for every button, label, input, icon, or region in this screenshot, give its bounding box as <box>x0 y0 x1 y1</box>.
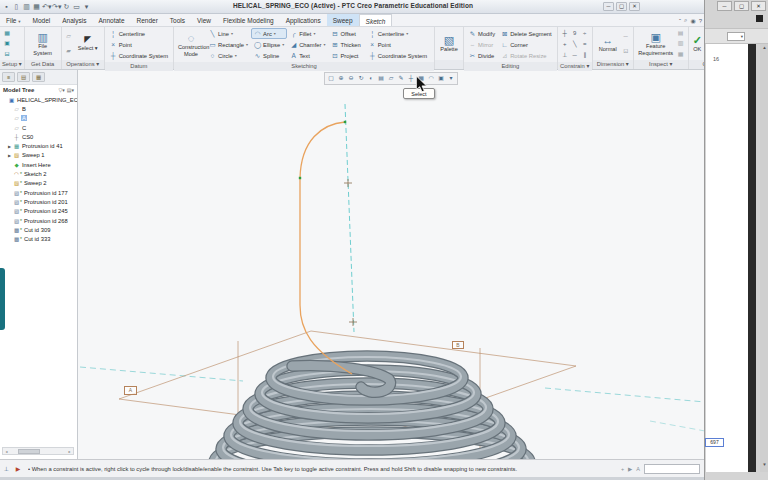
symmetric-constraint-icon[interactable]: ÷ <box>580 28 590 39</box>
menu-tab[interactable]: View <box>191 14 217 26</box>
select-button[interactable]: ◤ Select ▾ <box>74 28 102 59</box>
fillet-button[interactable]: ╭Fillet▾ <box>287 28 328 39</box>
scroll-left-icon[interactable]: ◂ <box>3 449 10 454</box>
datum-plane-label-b[interactable]: B <box>452 341 464 349</box>
point-button[interactable]: ×Point <box>107 39 171 50</box>
sketch-coordinate-system-button[interactable]: ┼Coordinate System <box>366 50 432 61</box>
minimize-ribbon-icon[interactable]: ˆ <box>679 18 681 24</box>
help-icon[interactable]: ? <box>699 18 702 24</box>
overlapping-geometry-icon[interactable]: ▤ <box>676 28 686 38</box>
tangent-constraint-icon[interactable]: 9 <box>570 28 580 39</box>
baseline-dimension-icon[interactable]: ─ <box>621 31 631 41</box>
select-items-icon[interactable]: ▶ <box>12 465 24 472</box>
doc-menu-icon[interactable] <box>756 15 763 22</box>
group-label-constrain[interactable]: Constrain ▾ <box>558 62 592 71</box>
repaint-icon[interactable]: ↻ <box>356 73 366 84</box>
circle-button[interactable]: ○Circle▾ <box>206 50 251 61</box>
sketch-point-button[interactable]: ×Point <box>366 39 432 50</box>
text-button[interactable]: AText <box>287 50 328 61</box>
paste-button[interactable]: ▰ <box>64 46 74 56</box>
navigator-collapse-tab[interactable] <box>0 268 5 330</box>
datum-display-icon[interactable]: ▱ <box>386 73 396 84</box>
tree-item[interactable]: ▣ HELICAL_SPRING_ECO.PRT <box>0 95 77 104</box>
menu-tab[interactable]: Sweep <box>327 14 359 26</box>
search-icon[interactable]: ⌕ <box>684 17 687 24</box>
menu-tab[interactable]: Flexible Modeling <box>217 14 280 26</box>
sketch-display-icon[interactable]: ▣ <box>436 73 446 84</box>
tree-item[interactable]: ▱ B <box>0 104 77 113</box>
doc-scrollbar[interactable]: ▲ ▼ <box>760 44 768 472</box>
reference-dimension-icon[interactable]: ⊡ <box>621 46 631 56</box>
ellipse-button[interactable]: ◯Ellipse▾ <box>251 39 287 50</box>
model-tree-tab[interactable]: ≡ <box>2 72 15 82</box>
background-document-window[interactable]: ─ ▢ ✕ ▾ 16 ▲ ▼ <box>704 0 768 480</box>
tree-item[interactable]: ▨ * Protrusion id 201 <box>0 197 77 206</box>
menu-tab[interactable]: Applications <box>280 14 327 26</box>
menu-tab[interactable]: Sketch <box>359 14 393 26</box>
restore-button[interactable]: ▢ <box>616 2 627 11</box>
normal-dimension-button[interactable]: ↔ Normal <box>595 28 621 59</box>
feature-requirements-button[interactable]: ▣ Feature Requirements <box>636 28 676 59</box>
project-button[interactable]: ⊡Project <box>328 50 365 61</box>
tree-settings-icon[interactable]: ▤▾ <box>67 87 74 93</box>
tree-item[interactable]: ◠ * Sketch 2 <box>0 169 77 178</box>
setup-references-button[interactable]: ▦ <box>2 28 12 38</box>
doc-scroll-down-icon[interactable]: ▼ <box>760 462 768 467</box>
datum-plane-label-a[interactable]: A <box>124 386 137 395</box>
selection-filter-icon[interactable]: A <box>636 466 640 472</box>
setup-display-button[interactable]: ⊟ <box>2 49 12 59</box>
doc-zoom-dropdown[interactable]: ▾ <box>727 32 745 41</box>
doc-close-button[interactable]: ✕ <box>751 1 766 11</box>
doc-value-field[interactable]: 697 <box>705 438 724 447</box>
vertical-constraint-icon[interactable]: ╲ <box>570 39 580 50</box>
highlight-select-icon[interactable]: ▾ <box>446 73 456 84</box>
tree-filter-icon[interactable]: ▽▾ <box>58 87 64 93</box>
copy-button[interactable]: ▱ <box>64 31 74 41</box>
group-label-inspect[interactable]: Inspect ▾ <box>634 60 688 69</box>
sketch-centerline-button[interactable]: ¦Centerline▾ <box>366 28 432 39</box>
construction-mode-button[interactable]: ◌ Construction Mode <box>176 28 206 61</box>
tree-item[interactable]: ▩ * Cut id 309 <box>0 225 77 234</box>
parallel-constraint-icon[interactable]: ∥ <box>580 50 590 61</box>
tree-item[interactable]: ▱ C <box>0 123 77 132</box>
zoom-out-icon[interactable]: ⊖ <box>346 73 356 84</box>
scroll-right-icon[interactable]: ▸ <box>66 449 73 454</box>
doc-maximize-button[interactable]: ▢ <box>734 1 749 11</box>
offset-button[interactable]: ⊟Offset <box>328 28 365 39</box>
mirror-button[interactable]: ⇔Mirror <box>466 39 498 50</box>
minimize-button[interactable]: ─ <box>603 2 614 11</box>
tree-horizontal-scrollbar[interactable]: ◂ ▸ <box>2 447 74 455</box>
annotation-display-icon[interactable]: ✎ <box>396 73 406 84</box>
coincident-constraint-icon[interactable]: + <box>560 39 570 50</box>
corner-button[interactable]: ∟Corner <box>498 39 555 50</box>
refit-icon[interactable]: ▢ <box>326 73 336 84</box>
arc-button[interactable]: ◠Arc▾ <box>251 28 287 39</box>
horizontal-constraint-icon[interactable]: ─ <box>570 50 580 61</box>
setup-properties-button[interactable]: ▣ <box>2 38 12 48</box>
selection-filter-input[interactable] <box>644 464 700 474</box>
tree-item[interactable]: ▱ A <box>0 114 77 123</box>
constraints-toggle-icon[interactable]: ⊥ <box>0 465 12 472</box>
menu-tab[interactable]: Tools <box>164 14 191 26</box>
folder-browser-tab[interactable]: ▤ <box>17 72 30 82</box>
pointer-icon[interactable]: ▶ <box>628 466 632 472</box>
close-button[interactable]: ✕ <box>629 2 640 11</box>
group-label-operations[interactable]: Operations ▾ <box>62 60 104 69</box>
file-system-button[interactable]: ▥ File System <box>27 28 59 59</box>
menu-tab[interactable]: Render <box>131 14 164 26</box>
delete-segment-button[interactable]: ⊠Delete Segment <box>498 28 555 39</box>
tree-item[interactable]: ▶ ▦ Protrusion id 41 <box>0 141 77 150</box>
tree-item[interactable]: ▨ * Protrusion id 268 <box>0 216 77 225</box>
menu-tab[interactable]: File ▾ <box>0 14 27 26</box>
tree-item[interactable]: ▨ * Protrusion id 245 <box>0 207 77 216</box>
group-label-dimension[interactable]: Dimension ▾ <box>593 60 633 69</box>
rectangle-button[interactable]: ▭Rectangle▾ <box>206 39 251 50</box>
palette-button[interactable]: ▧ Palette <box>437 28 461 59</box>
graphics-area[interactable] <box>78 70 706 459</box>
rotate-resize-button[interactable]: ⊿Rotate Resize <box>498 50 555 61</box>
tree-item[interactable]: ▧ * Sweep 2 <box>0 179 77 188</box>
zoom-in-icon[interactable]: ⊕ <box>336 73 346 84</box>
line-button[interactable]: ╲Line▾ <box>206 28 251 39</box>
doc-scroll-up-icon[interactable]: ▲ <box>760 45 768 50</box>
scroll-thumb[interactable] <box>18 449 40 454</box>
